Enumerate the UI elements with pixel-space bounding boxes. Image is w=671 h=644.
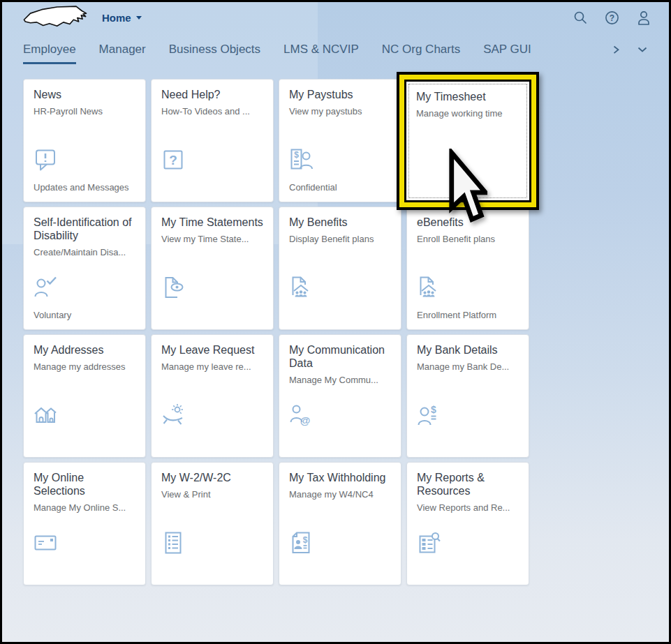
topbar-icons: ? (573, 10, 651, 25)
tile-title: My Reports & Resources (417, 472, 519, 498)
tab-sap-gui[interactable]: SAP GUI (483, 33, 531, 66)
tile-subtitle: HR-Payroll News (34, 106, 135, 117)
family-document-icon (416, 275, 441, 300)
tab-label: Employee (23, 43, 76, 57)
app-window: Home ? Employee Manager Business Objects (0, 0, 671, 644)
tile-title: My Paystubs (289, 89, 391, 102)
tax-document-icon (288, 530, 314, 555)
tile-title: My Time Statements (161, 216, 263, 230)
tile-footer: Voluntary (34, 310, 71, 320)
tile-my-online-selections[interactable]: My Online Selections Manage My Online S.… (23, 462, 146, 585)
tile-subtitle: Enroll Benefit plans (417, 234, 519, 245)
report-search-icon (416, 530, 441, 555)
tile-ebenefits[interactable]: eBenefits Enroll Benefit plans Enrollmen… (406, 207, 529, 330)
tab-bar: Employee Manager Business Objects LMS & … (2, 33, 669, 66)
tile-title: My Communication Data (289, 344, 391, 370)
tile-subtitle: View my Time State... (161, 234, 263, 245)
tile-subtitle: View & Print (161, 489, 263, 500)
tile-subtitle: Manage my W4/NC4 (289, 489, 391, 500)
help-icon[interactable]: ? (605, 10, 619, 25)
tile-title: Self-Identification of Disability (34, 216, 135, 243)
tile-title: My Addresses (34, 344, 135, 357)
family-document-icon (288, 275, 314, 300)
tile-subtitle: Manage my leave re... (161, 361, 263, 373)
houses-icon (33, 403, 58, 428)
tile-need-help[interactable]: Need Help? How-To Videos and ... (151, 79, 274, 202)
tile-subtitle: How-To Videos and ... (161, 106, 263, 117)
tile-subtitle: Display Benefit plans (289, 234, 391, 245)
tile-title: News (34, 89, 135, 102)
chevron-right-icon[interactable] (611, 45, 621, 54)
tab-nc-org-charts[interactable]: NC Org Charts (382, 33, 460, 66)
tile-my-timesheet-highlighted[interactable]: My Timesheet Manage working time (404, 80, 531, 202)
list-document-icon (161, 530, 186, 555)
tile-title: My Timesheet (416, 91, 519, 104)
tile-self-identification-of-disability[interactable]: Self-Identification of Disability Create… (23, 207, 146, 330)
tile-title: My Online Selections (34, 472, 135, 498)
highlight-frame: My Timesheet Manage working time (397, 72, 539, 210)
tile-subtitle: Manage my Bank De... (417, 361, 519, 373)
tile-title: My W-2/W-2C (161, 472, 263, 485)
tile-subtitle: View my paystubs (289, 106, 391, 117)
top-bar: Home ? (2, 2, 669, 33)
tile-news[interactable]: News HR-Payroll News Updates and Message… (23, 79, 146, 202)
tile-subtitle: Manage working time (416, 108, 519, 119)
chevron-down-icon[interactable] (637, 45, 648, 54)
tile-my-tax-withholding[interactable]: My Tax Withholding Manage my W4/NC4 (279, 462, 401, 585)
tile-my-w-2-w-2c[interactable]: My W-2/W-2C View & Print (151, 462, 274, 585)
search-icon[interactable] (573, 10, 587, 24)
tile-title: Need Help? (161, 89, 263, 102)
tile-my-paystubs[interactable]: My Paystubs View my paystubs Confidentia… (279, 79, 401, 202)
tile-my-leave-request[interactable]: My Leave Request Manage my leave re... (151, 334, 274, 458)
alert-bubble-icon (33, 147, 58, 172)
vacation-icon (161, 403, 186, 428)
tile-my-addresses[interactable]: My Addresses Manage my addresses (23, 334, 146, 458)
tile-title: My Tax Withholding (289, 472, 391, 485)
tile-title: My Bank Details (417, 344, 519, 357)
tile-my-bank-details[interactable]: My Bank Details Manage my Bank De... (406, 334, 529, 458)
tile-footer: Enrollment Platform (417, 310, 496, 320)
tab-business-objects[interactable]: Business Objects (169, 33, 260, 66)
document-eye-icon (161, 275, 186, 300)
user-icon[interactable] (637, 10, 651, 25)
svg-text:?: ? (610, 13, 614, 22)
tile-subtitle: Manage My Commu... (289, 375, 391, 386)
home-label: Home (102, 12, 131, 24)
tab-overflow-controls (611, 33, 648, 66)
tile-subtitle: View Reports and Re... (417, 502, 519, 514)
tile-my-communication-data[interactable]: My Communication Data Manage My Commu... (279, 334, 401, 458)
tile-title: eBenefits (417, 216, 519, 230)
tile-subtitle: Manage My Online S... (34, 502, 135, 514)
tab-label: Manager (99, 43, 146, 57)
tab-label: SAP GUI (483, 43, 531, 57)
tab-label: LMS & NCVIP (283, 43, 359, 57)
tab-list: Employee Manager Business Objects LMS & … (23, 33, 531, 66)
question-box-icon (161, 147, 186, 172)
tab-label: Business Objects (169, 43, 260, 57)
tile-footer: Updates and Messages (34, 182, 129, 193)
tile-my-reports-resources[interactable]: My Reports & Resources View Reports and … (406, 462, 529, 585)
person-check-icon (33, 275, 58, 300)
tab-lms-ncvip[interactable]: LMS & NCVIP (283, 33, 359, 66)
tile-title: My Benefits (289, 216, 391, 230)
tile-footer: Confidential (289, 182, 337, 193)
person-dollar-icon (416, 403, 441, 428)
home-menu-button[interactable]: Home (102, 12, 142, 24)
person-at-icon (288, 403, 314, 428)
paystub-person-icon (288, 147, 314, 172)
tile-subtitle: Create/Maintain Disa... (34, 247, 135, 258)
tab-label: NC Org Charts (382, 43, 460, 57)
chevron-down-icon (136, 16, 142, 20)
tile-title: My Leave Request (161, 344, 263, 357)
envelope-icon (33, 530, 58, 555)
tile-my-benefits[interactable]: My Benefits Display Benefit plans (279, 207, 401, 330)
tab-manager[interactable]: Manager (99, 33, 146, 66)
tile-subtitle: Manage my addresses (34, 361, 135, 373)
tab-employee[interactable]: Employee (23, 33, 76, 66)
tile-my-time-statements[interactable]: My Time Statements View my Time State... (151, 207, 274, 330)
nc-state-logo (20, 5, 90, 31)
